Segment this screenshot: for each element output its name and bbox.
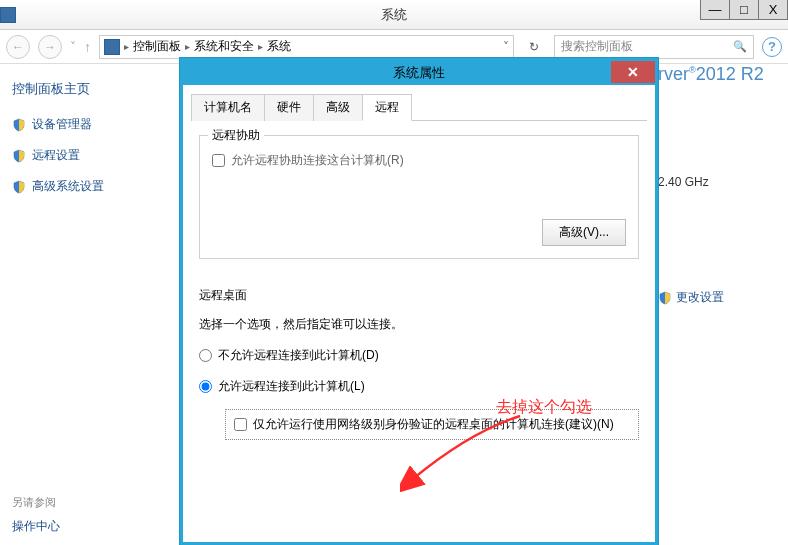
tab-hardware[interactable]: 硬件 bbox=[264, 94, 314, 121]
window-controls: — □ X bbox=[701, 0, 788, 20]
breadcrumb-item[interactable]: 系统 bbox=[267, 38, 291, 55]
remote-assistance-group: 远程协助 允许远程协助连接这台计算机(R) 高级(V)... bbox=[199, 135, 639, 259]
right-content: rver®2012 R2 2.40 GHz 更改设置 bbox=[658, 64, 788, 306]
sidebar-title: 控制面板主页 bbox=[12, 80, 168, 98]
address-dropdown-icon[interactable]: ˅ bbox=[503, 40, 509, 54]
help-button[interactable]: ? bbox=[762, 37, 782, 57]
radio-disallow-row[interactable]: 不允许远程连接到此计算机(D) bbox=[199, 347, 639, 364]
sidebar-item-device-manager[interactable]: 设备管理器 bbox=[12, 116, 168, 133]
dialog-title: 系统属性 bbox=[393, 64, 445, 82]
search-input[interactable]: 搜索控制面板 🔍 bbox=[554, 35, 754, 59]
close-button[interactable]: X bbox=[758, 0, 788, 20]
radio-allow[interactable] bbox=[199, 380, 212, 393]
maximize-button[interactable]: □ bbox=[729, 0, 759, 20]
nav-up-button[interactable]: ↑ bbox=[84, 39, 91, 55]
dialog-body: 计算机名 硬件 高级 远程 远程协助 允许远程协助连接这台计算机(R) 高级(V… bbox=[183, 85, 655, 542]
tab-computer-name[interactable]: 计算机名 bbox=[191, 94, 265, 121]
address-bar[interactable]: ▸ 控制面板 ▸ 系统和安全 ▸ 系统 ˅ bbox=[99, 35, 514, 59]
change-settings-link[interactable]: 更改设置 bbox=[658, 289, 788, 306]
system-icon bbox=[0, 7, 16, 23]
action-center-link[interactable]: 操作中心 bbox=[12, 518, 60, 535]
control-panel-icon bbox=[104, 39, 120, 55]
breadcrumb-item[interactable]: 控制面板 bbox=[133, 38, 181, 55]
breadcrumb-sep: ▸ bbox=[258, 41, 263, 52]
search-icon: 🔍 bbox=[733, 40, 747, 53]
search-placeholder: 搜索控制面板 bbox=[561, 38, 633, 55]
shield-icon bbox=[12, 149, 26, 163]
remote-desktop-legend: 远程桌面 bbox=[199, 287, 639, 304]
cpu-speed-label: 2.40 GHz bbox=[658, 175, 788, 189]
system-properties-dialog: 系统属性 ✕ 计算机名 硬件 高级 远程 远程协助 允许远程协助连接这台计算机(… bbox=[180, 58, 658, 545]
sidebar-item-remote-settings[interactable]: 远程设置 bbox=[12, 147, 168, 164]
breadcrumb-sep: ▸ bbox=[185, 41, 190, 52]
dialog-close-button[interactable]: ✕ bbox=[611, 61, 655, 83]
radio-disallow[interactable] bbox=[199, 349, 212, 362]
dialog-titlebar: 系统属性 ✕ bbox=[183, 61, 655, 85]
shield-icon bbox=[12, 180, 26, 194]
breadcrumb-item[interactable]: 系统和安全 bbox=[194, 38, 254, 55]
sidebar-item-label: 设备管理器 bbox=[32, 116, 92, 133]
radio-allow-row[interactable]: 允许远程连接到此计算机(L) bbox=[199, 378, 639, 395]
window-titlebar: 系统 — □ X bbox=[0, 0, 788, 30]
sidebar-footer: 另请参阅 操作中心 bbox=[12, 495, 60, 535]
radio-disallow-label: 不允许远程连接到此计算机(D) bbox=[218, 347, 379, 364]
refresh-button[interactable]: ↻ bbox=[522, 35, 546, 59]
change-settings-label: 更改设置 bbox=[676, 289, 724, 306]
nav-forward-button[interactable]: → bbox=[38, 35, 62, 59]
allow-remote-assistance-label: 允许远程协助连接这台计算机(R) bbox=[231, 152, 404, 169]
brand-label: rver®2012 R2 bbox=[658, 64, 788, 85]
window-title: 系统 bbox=[381, 6, 407, 24]
sidebar-item-label: 高级系统设置 bbox=[32, 178, 104, 195]
nla-checkbox-label: 仅允许运行使用网络级别身份验证的远程桌面的计算机连接(建议)(N) bbox=[253, 416, 614, 433]
remote-assistance-legend: 远程协助 bbox=[208, 127, 264, 144]
sidebar-item-label: 远程设置 bbox=[32, 147, 80, 164]
sidebar: 控制面板主页 设备管理器 远程设置 高级系统设置 另请参阅 操作中心 bbox=[0, 64, 180, 545]
nla-checkbox[interactable] bbox=[234, 418, 247, 431]
radio-allow-label: 允许远程连接到此计算机(L) bbox=[218, 378, 365, 395]
minimize-button[interactable]: — bbox=[700, 0, 730, 20]
sidebar-item-advanced-settings[interactable]: 高级系统设置 bbox=[12, 178, 168, 195]
tab-advanced[interactable]: 高级 bbox=[313, 94, 363, 121]
see-also-label: 另请参阅 bbox=[12, 495, 60, 510]
remote-assistance-advanced-button[interactable]: 高级(V)... bbox=[542, 219, 626, 246]
breadcrumb-sep: ▸ bbox=[124, 41, 129, 52]
remote-desktop-instruction: 选择一个选项，然后指定谁可以连接。 bbox=[199, 316, 639, 333]
shield-icon bbox=[12, 118, 26, 132]
nav-history-dropdown-icon[interactable]: ˅ bbox=[70, 40, 76, 54]
allow-remote-assistance-checkbox[interactable] bbox=[212, 154, 225, 167]
tab-remote[interactable]: 远程 bbox=[362, 94, 412, 121]
nav-back-button[interactable]: ← bbox=[6, 35, 30, 59]
allow-remote-assistance-checkbox-row[interactable]: 允许远程协助连接这台计算机(R) bbox=[212, 152, 626, 169]
shield-icon bbox=[658, 291, 672, 305]
annotation-text: 去掉这个勾选 bbox=[496, 397, 592, 418]
dialog-tabs: 计算机名 硬件 高级 远程 bbox=[191, 93, 647, 121]
